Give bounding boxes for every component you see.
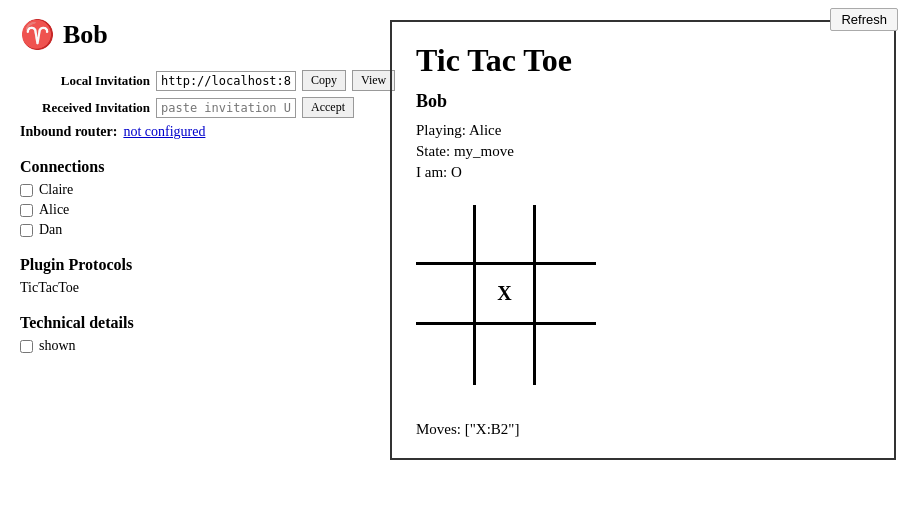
cell-2-2[interactable] bbox=[536, 325, 596, 385]
game-board: X bbox=[416, 205, 596, 385]
game-player: Bob bbox=[416, 91, 870, 112]
cell-1-1[interactable]: X bbox=[476, 265, 536, 325]
game-playing: Playing: Alice bbox=[416, 122, 870, 139]
connection-checkbox-dan[interactable] bbox=[20, 224, 33, 237]
connection-item-alice: Alice bbox=[20, 202, 370, 218]
cell-2-1[interactable] bbox=[476, 325, 536, 385]
local-invitation-label: Local Invitation bbox=[20, 73, 150, 89]
inbound-router-label: Inbound router: bbox=[20, 124, 117, 140]
cell-1-0[interactable] bbox=[416, 265, 476, 325]
inbound-router-status[interactable]: not configured bbox=[123, 124, 205, 140]
cell-1-2[interactable] bbox=[536, 265, 596, 325]
connection-item-claire: Claire bbox=[20, 182, 370, 198]
cell-0-2[interactable] bbox=[536, 205, 596, 265]
connection-label-alice: Alice bbox=[39, 202, 69, 218]
cell-2-0[interactable] bbox=[416, 325, 476, 385]
technical-shown-checkbox[interactable] bbox=[20, 340, 33, 353]
plugin-protocols-heading: Plugin Protocols bbox=[20, 256, 370, 274]
connection-label-dan: Dan bbox=[39, 222, 62, 238]
copy-button[interactable]: Copy bbox=[302, 70, 346, 91]
left-panel: ♈ Bob Local Invitation Copy View Receive… bbox=[0, 10, 390, 470]
game-state: State: my_move bbox=[416, 143, 870, 160]
local-invitation-row: Local Invitation Copy View bbox=[20, 70, 370, 91]
connections-list: Claire Alice Dan bbox=[20, 182, 370, 238]
plugin-tictactoe: TicTacToe bbox=[20, 280, 370, 296]
cell-0-0[interactable] bbox=[416, 205, 476, 265]
received-invitation-label: Received Invitation bbox=[20, 100, 150, 116]
connection-item-dan: Dan bbox=[20, 222, 370, 238]
technical-shown-label: shown bbox=[39, 338, 76, 354]
game-title: Tic Tac Toe bbox=[416, 42, 870, 79]
game-i-am: I am: O bbox=[416, 164, 870, 181]
connections-heading: Connections bbox=[20, 158, 370, 176]
refresh-button[interactable]: Refresh bbox=[830, 8, 898, 31]
technical-details-area: shown bbox=[20, 338, 370, 354]
connection-label-claire: Claire bbox=[39, 182, 73, 198]
game-panel: Tic Tac Toe Bob Playing: Alice State: my… bbox=[390, 20, 896, 460]
received-invitation-input[interactable] bbox=[156, 98, 296, 118]
received-invitation-row: Received Invitation Accept bbox=[20, 97, 370, 118]
board-container: X bbox=[416, 205, 596, 385]
technical-details-heading: Technical details bbox=[20, 314, 370, 332]
technical-shown-row: shown bbox=[20, 338, 370, 354]
view-button[interactable]: View bbox=[352, 70, 395, 91]
app-title: Bob bbox=[63, 20, 108, 50]
inbound-router-row: Inbound router: not configured bbox=[20, 124, 370, 140]
connection-checkbox-claire[interactable] bbox=[20, 184, 33, 197]
cell-0-1[interactable] bbox=[476, 205, 536, 265]
local-invitation-input[interactable] bbox=[156, 71, 296, 91]
accept-button[interactable]: Accept bbox=[302, 97, 354, 118]
moves-label: Moves: ["X:B2"] bbox=[416, 421, 870, 438]
app-title-area: ♈ Bob bbox=[20, 20, 370, 50]
aries-icon: ♈ bbox=[20, 21, 55, 49]
connection-checkbox-alice[interactable] bbox=[20, 204, 33, 217]
